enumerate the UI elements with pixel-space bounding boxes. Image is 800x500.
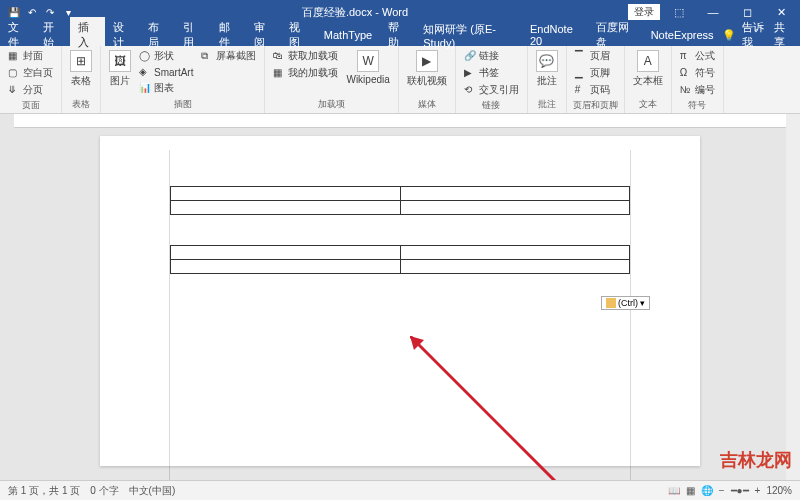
group-links: 🔗链接 ▶书签 ⟲交叉引用 链接 bbox=[456, 46, 528, 113]
symbol-button[interactable]: Ω符号 bbox=[678, 65, 717, 81]
group-label-links: 链接 bbox=[462, 98, 521, 112]
blank-page-button[interactable]: ▢空白页 bbox=[6, 65, 55, 81]
get-addins-button[interactable]: 🛍获取加载项 bbox=[271, 48, 340, 64]
zoom-slider[interactable]: ━●━ bbox=[731, 485, 749, 496]
header-button[interactable]: ▔页眉 bbox=[573, 48, 612, 64]
my-addins-button[interactable]: ▦我的加载项 bbox=[271, 65, 340, 81]
group-label-hf: 页眉和页脚 bbox=[573, 98, 618, 112]
menu-mathtype[interactable]: MathType bbox=[316, 26, 380, 44]
group-text: A文本框 文本 bbox=[625, 46, 672, 113]
zoom-in-icon[interactable]: + bbox=[755, 485, 761, 496]
break-icon: ⤋ bbox=[8, 84, 20, 96]
zoom-level[interactable]: 120% bbox=[766, 485, 792, 496]
status-lang[interactable]: 中文(中国) bbox=[129, 484, 176, 498]
zoom-out-icon[interactable]: − bbox=[719, 485, 725, 496]
view-print-icon[interactable]: ▦ bbox=[686, 485, 695, 496]
page[interactable]: (Ctrl) ▾ bbox=[100, 136, 700, 466]
addins-icon: ▦ bbox=[273, 67, 285, 79]
group-header-footer: ▔页眉 ▁页脚 #页码 页眉和页脚 bbox=[567, 46, 625, 113]
pagenum-button[interactable]: #页码 bbox=[573, 82, 612, 98]
textbox-icon: A bbox=[637, 50, 659, 72]
menu-bar: 文件 开始 插入 设计 布局 引用 邮件 审阅 视图 MathType 帮助 知… bbox=[0, 24, 800, 46]
vertical-scrollbar[interactable] bbox=[786, 114, 800, 480]
share-button[interactable]: 共享 bbox=[774, 20, 792, 50]
equation-button[interactable]: π公式 bbox=[678, 48, 717, 64]
paste-options[interactable]: (Ctrl) ▾ bbox=[601, 296, 650, 310]
group-addins: 🛍获取加载项 ▦我的加载项 WWikipedia 加载项 bbox=[265, 46, 398, 113]
tell-me-icon[interactable]: 💡 bbox=[722, 29, 736, 42]
table-icon: ⊞ bbox=[70, 50, 92, 72]
ribbon: ▦封面 ▢空白页 ⤋分页 页面 ⊞表格 表格 🖼图片 ◯形状 ◈SmartArt… bbox=[0, 46, 800, 114]
table-1[interactable] bbox=[170, 186, 630, 215]
shapes-button[interactable]: ◯形状 bbox=[137, 48, 195, 64]
view-web-icon[interactable]: 🌐 bbox=[701, 485, 713, 496]
pagenum-icon: # bbox=[575, 84, 587, 96]
document-area: (Ctrl) ▾ bbox=[0, 114, 800, 480]
group-label-tables: 表格 bbox=[68, 97, 94, 111]
header-icon: ▔ bbox=[575, 50, 587, 62]
chevron-down-icon: ▾ bbox=[640, 298, 645, 308]
paste-ctrl-label: (Ctrl) bbox=[618, 298, 638, 308]
cover-icon: ▦ bbox=[8, 50, 20, 62]
number-button[interactable]: №编号 bbox=[678, 82, 717, 98]
margin-left-guide bbox=[169, 150, 170, 480]
table-button[interactable]: ⊞表格 bbox=[68, 48, 94, 90]
screenshot-button[interactable]: ⧉屏幕截图 bbox=[199, 48, 258, 64]
menu-noteexpress[interactable]: NoteExpress bbox=[643, 26, 722, 44]
bookmark-button[interactable]: ▶书签 bbox=[462, 65, 521, 81]
picture-button[interactable]: 🖼图片 bbox=[107, 48, 133, 90]
group-comments: 💬批注 批注 bbox=[528, 46, 567, 113]
ribbon-options-icon[interactable]: ⬚ bbox=[664, 6, 694, 19]
link-icon: 🔗 bbox=[464, 50, 476, 62]
annotation-arrow bbox=[410, 336, 610, 480]
tell-me-label[interactable]: 告诉我 bbox=[742, 20, 769, 50]
maximize-icon[interactable]: ◻ bbox=[732, 6, 762, 19]
symbol-icon: Ω bbox=[680, 67, 692, 79]
picture-icon: 🖼 bbox=[109, 50, 131, 72]
status-bar: 第 1 页，共 1 页 0 个字 中文(中国) 📖 ▦ 🌐 − ━●━ + 12… bbox=[0, 480, 800, 500]
view-read-icon[interactable]: 📖 bbox=[668, 485, 680, 496]
number-icon: № bbox=[680, 84, 692, 96]
group-label-symbols: 符号 bbox=[678, 98, 717, 112]
store-icon: 🛍 bbox=[273, 50, 285, 62]
link-button[interactable]: 🔗链接 bbox=[462, 48, 521, 64]
minimize-icon[interactable]: — bbox=[698, 6, 728, 18]
group-label-pages: 页面 bbox=[6, 98, 55, 112]
screenshot-icon: ⧉ bbox=[201, 50, 213, 62]
comment-icon: 💬 bbox=[536, 50, 558, 72]
smartart-icon: ◈ bbox=[139, 66, 151, 78]
xref-button[interactable]: ⟲交叉引用 bbox=[462, 82, 521, 98]
chart-icon: 📊 bbox=[139, 82, 151, 94]
group-illustrations: 🖼图片 ◯形状 ◈SmartArt 📊图表 ⧉屏幕截图 插图 bbox=[101, 46, 265, 113]
smartart-button[interactable]: ◈SmartArt bbox=[137, 65, 195, 79]
group-label-comments: 批注 bbox=[534, 97, 560, 111]
video-icon: ▶ bbox=[416, 50, 438, 72]
textbox-button[interactable]: A文本框 bbox=[631, 48, 665, 90]
shapes-icon: ◯ bbox=[139, 50, 151, 62]
close-icon[interactable]: ✕ bbox=[766, 6, 796, 19]
equation-icon: π bbox=[680, 50, 692, 62]
wikipedia-button[interactable]: WWikipedia bbox=[344, 48, 391, 87]
table-2[interactable] bbox=[170, 245, 630, 274]
group-label-addins: 加载项 bbox=[271, 97, 391, 111]
group-media: ▶联机视频 媒体 bbox=[399, 46, 456, 113]
svg-marker-1 bbox=[410, 336, 424, 350]
cover-page-button[interactable]: ▦封面 bbox=[6, 48, 55, 64]
svg-line-0 bbox=[410, 336, 590, 480]
bookmark-icon: ▶ bbox=[464, 67, 476, 79]
footer-icon: ▁ bbox=[575, 67, 587, 79]
chart-button[interactable]: 📊图表 bbox=[137, 80, 195, 96]
page-break-button[interactable]: ⤋分页 bbox=[6, 82, 55, 98]
group-label-text: 文本 bbox=[631, 97, 665, 111]
group-label-illus: 插图 bbox=[107, 97, 258, 111]
online-video-button[interactable]: ▶联机视频 bbox=[405, 48, 449, 90]
footer-button[interactable]: ▁页脚 bbox=[573, 65, 612, 81]
group-tables: ⊞表格 表格 bbox=[62, 46, 101, 113]
status-words[interactable]: 0 个字 bbox=[90, 484, 118, 498]
status-page[interactable]: 第 1 页，共 1 页 bbox=[8, 484, 80, 498]
comment-button[interactable]: 💬批注 bbox=[534, 48, 560, 90]
wikipedia-icon: W bbox=[357, 50, 379, 72]
group-symbols: π公式 Ω符号 №编号 符号 bbox=[672, 46, 724, 113]
paste-icon bbox=[606, 298, 616, 308]
horizontal-ruler[interactable] bbox=[14, 114, 786, 128]
